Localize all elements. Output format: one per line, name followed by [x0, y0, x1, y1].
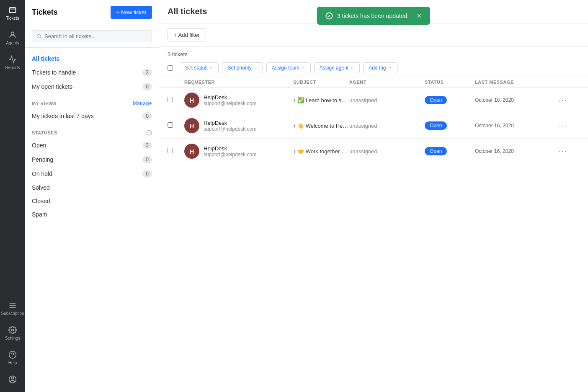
requester-cell-0: H HelpDesk support@helpdesk.com: [184, 93, 293, 108]
assign-agent-button[interactable]: Assign agent: [314, 62, 360, 73]
sidebar-item-all-tickets[interactable]: All tickets: [25, 52, 159, 65]
requester-email-2: support@helpdesk.com: [204, 152, 256, 157]
nav-item-subscription-label: Subscription: [1, 311, 24, 316]
row-checkbox-2[interactable]: [168, 148, 173, 153]
statuses-section: STATUSES: [25, 123, 159, 138]
table-header-row: REQUESTER SUBJECT AGENT STATUS LAST MESS…: [159, 77, 588, 88]
main-title: All tickets: [168, 7, 207, 16]
svg-point-11: [37, 34, 41, 38]
header-agent: AGENT: [349, 80, 425, 85]
set-priority-chevron-icon: [253, 66, 258, 70]
nav-item-help[interactable]: Help: [0, 345, 25, 369]
sidebar-item-open[interactable]: Open 3: [25, 138, 159, 152]
status-closed-label: Closed: [32, 198, 50, 204]
main-content: 3 tickets has been updated. ✕ All ticket…: [159, 0, 588, 392]
row-checkbox-1[interactable]: [168, 122, 173, 128]
header-subject: SUBJECT: [293, 80, 349, 85]
svg-point-10: [12, 377, 14, 379]
toast-close-button[interactable]: ✕: [416, 12, 422, 20]
table-row[interactable]: H HelpDesk support@helpdesk.com ↑ ✅ Lear…: [159, 88, 588, 113]
requester-email-1: support@helpdesk.com: [204, 126, 256, 132]
sidebar-item-spam[interactable]: Spam: [25, 208, 159, 221]
agent-cell-0: unassigned: [349, 97, 425, 103]
icon-nav-bottom: Subscription Settings Help: [0, 295, 25, 392]
select-all-checkbox[interactable]: [168, 65, 173, 71]
toast-notification: 3 tickets has been updated. ✕: [317, 7, 430, 25]
statuses-label: STATUSES: [32, 130, 57, 135]
set-status-button[interactable]: Set status: [180, 62, 219, 73]
sidebar-item-on-hold[interactable]: On hold 0: [25, 167, 159, 181]
header-status: STATUS: [425, 80, 475, 85]
sidebar-nav: All tickets Tickets to handle 3 My open …: [25, 48, 159, 225]
nav-item-agents[interactable]: Agents: [0, 25, 25, 49]
table-row[interactable]: H HelpDesk support@helpdesk.com ↑ 🤝 Work…: [159, 139, 588, 164]
icon-nav: Tickets Agents Reports Subscription: [0, 0, 25, 392]
search-input[interactable]: [44, 33, 147, 39]
nav-item-profile[interactable]: [0, 369, 25, 388]
requester-name-0: HelpDesk: [204, 94, 256, 101]
sidebar-item-pending[interactable]: Pending 0: [25, 152, 159, 167]
search-box: [25, 25, 159, 48]
requester-email-0: support@helpdesk.com: [204, 101, 256, 106]
my-tickets-last-7-badge: 0: [142, 112, 152, 120]
nav-item-tickets-label: Tickets: [6, 16, 19, 21]
toast-check-icon: [325, 12, 333, 20]
header-last-message: LAST MESSAGE: [475, 80, 559, 85]
assign-team-chevron-icon: [301, 66, 305, 70]
assign-agent-chevron-icon: [350, 66, 354, 70]
all-tickets-label: All tickets: [32, 55, 59, 62]
agent-cell-2: unassigned: [349, 148, 425, 155]
table-row[interactable]: H HelpDesk support@helpdesk.com ↑ 👋 Welc…: [159, 113, 588, 139]
nav-item-agents-label: Agents: [6, 41, 19, 45]
my-views-label: MY VIEWS: [32, 101, 57, 106]
requester-name-1: HelpDesk: [204, 120, 256, 126]
ticket-rows-container: H HelpDesk support@helpdesk.com ↑ ✅ Lear…: [159, 88, 588, 164]
set-priority-button[interactable]: Set priority: [222, 62, 263, 73]
info-icon: [146, 130, 152, 136]
tickets-to-handle-label: Tickets to handle: [32, 69, 76, 76]
svg-rect-0: [10, 8, 16, 13]
assign-team-button[interactable]: Assign team: [266, 62, 311, 73]
add-tag-chevron-icon: [388, 66, 392, 70]
more-button-0[interactable]: ···: [559, 96, 567, 105]
set-status-chevron-icon: [209, 66, 213, 70]
add-tag-button[interactable]: Add tag: [363, 62, 397, 73]
row-checkbox-0[interactable]: [168, 97, 173, 102]
status-solved-label: Solved: [32, 184, 50, 191]
nav-item-reports[interactable]: Reports: [0, 49, 25, 74]
toast-message: 3 tickets has been updated.: [337, 13, 409, 19]
sidebar-item-my-tickets-last-7[interactable]: My tickets in last 7 days 0: [25, 109, 159, 123]
status-cell-1: Open: [425, 121, 475, 130]
more-button-1[interactable]: ···: [559, 121, 567, 130]
search-input-wrap: [32, 30, 152, 42]
bulk-actions-bar: Set status Set priority Assign team Assi…: [159, 59, 588, 77]
agent-cell-1: unassigned: [349, 123, 425, 129]
status-open-badge: 3: [142, 142, 152, 149]
new-ticket-button[interactable]: + New ticket: [111, 6, 152, 19]
more-button-2[interactable]: ···: [559, 147, 567, 156]
sidebar-item-solved[interactable]: Solved: [25, 181, 159, 194]
sidebar-item-my-open-tickets[interactable]: My open tickets 0: [25, 80, 159, 94]
nav-item-settings-label: Settings: [5, 336, 20, 340]
sidebar-item-tickets-to-handle[interactable]: Tickets to handle 3: [25, 65, 159, 80]
manage-link[interactable]: Manage: [133, 101, 152, 106]
my-open-tickets-label: My open tickets: [32, 83, 72, 90]
status-cell-0: Open: [425, 96, 475, 104]
subject-cell-1[interactable]: ↑ 👋 Welcome to HelpDesk! Here's your nex…: [293, 123, 349, 129]
status-pending-label: Pending: [32, 156, 53, 163]
nav-item-reports-label: Reports: [5, 65, 20, 70]
header-requester: REQUESTER: [184, 80, 293, 85]
status-on-hold-badge: 0: [142, 170, 152, 178]
nav-item-subscription[interactable]: Subscription: [0, 295, 25, 320]
nav-item-settings[interactable]: Settings: [0, 320, 25, 345]
subject-cell-2[interactable]: ↑ 🤝 Work together with your team: [293, 148, 349, 155]
toolbar: + Add filter: [159, 23, 588, 47]
status-spam-label: Spam: [32, 211, 47, 218]
add-filter-button[interactable]: + Add filter: [168, 28, 206, 41]
avatar-2: H: [184, 144, 199, 159]
sidebar-item-closed[interactable]: Closed: [25, 194, 159, 208]
nav-item-tickets[interactable]: Tickets: [0, 0, 25, 25]
my-views-section: MY VIEWS Manage: [25, 94, 159, 109]
requester-cell-2: H HelpDesk support@helpdesk.com: [184, 144, 293, 159]
subject-cell-0[interactable]: ↑ ✅ Learn how to solve tickets effective…: [293, 97, 349, 103]
